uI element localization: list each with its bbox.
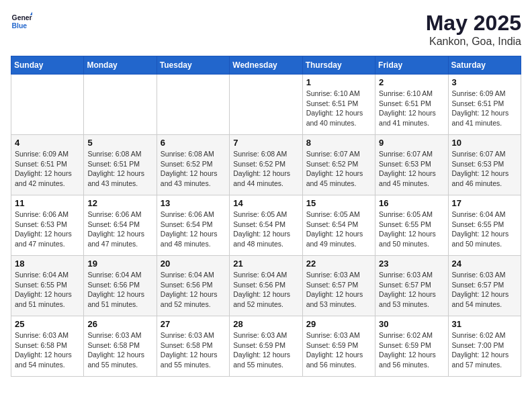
calendar-cell: 5Sunrise: 6:08 AMSunset: 6:51 PMDaylight… [84, 135, 157, 195]
calendar-cell: 30Sunrise: 6:02 AMSunset: 6:59 PMDayligh… [375, 316, 448, 377]
calendar-cell: 24Sunrise: 6:03 AMSunset: 6:57 PMDayligh… [448, 256, 521, 316]
day-info: Sunrise: 6:04 AMSunset: 6:56 PMDaylight:… [87, 270, 152, 310]
day-number: 29 [306, 319, 371, 329]
calendar-cell: 31Sunrise: 6:02 AMSunset: 7:00 PMDayligh… [448, 316, 521, 377]
calendar-header-row: SundayMondayTuesdayWednesdayThursdayFrid… [11, 56, 521, 75]
day-info: Sunrise: 6:05 AMSunset: 6:54 PMDaylight:… [306, 210, 371, 249]
calendar-cell: 16Sunrise: 6:05 AMSunset: 6:55 PMDayligh… [375, 195, 448, 256]
day-number: 19 [87, 259, 152, 269]
day-info: Sunrise: 6:08 AMSunset: 6:52 PMDaylight:… [233, 149, 298, 189]
calendar-table: SundayMondayTuesdayWednesdayThursdayFrid… [11, 56, 521, 377]
calendar-cell: 15Sunrise: 6:05 AMSunset: 6:54 PMDayligh… [302, 195, 375, 256]
day-info: Sunrise: 6:04 AMSunset: 6:55 PMDaylight:… [452, 210, 517, 249]
day-info: Sunrise: 6:09 AMSunset: 6:51 PMDaylight:… [15, 149, 80, 189]
calendar-cell: 27Sunrise: 6:03 AMSunset: 6:58 PMDayligh… [157, 316, 229, 377]
day-info: Sunrise: 6:06 AMSunset: 6:54 PMDaylight:… [161, 210, 226, 249]
calendar-cell: 26Sunrise: 6:03 AMSunset: 6:58 PMDayligh… [84, 316, 157, 377]
day-number: 22 [306, 259, 371, 269]
day-number: 9 [379, 138, 444, 148]
day-info: Sunrise: 6:02 AMSunset: 7:00 PMDaylight:… [452, 330, 517, 370]
calendar-cell: 14Sunrise: 6:05 AMSunset: 6:54 PMDayligh… [230, 195, 302, 256]
calendar-cell: 2Sunrise: 6:10 AMSunset: 6:51 PMDaylight… [375, 75, 448, 135]
calendar-cell: 9Sunrise: 6:07 AMSunset: 6:53 PMDaylight… [375, 135, 448, 195]
day-number: 12 [87, 198, 152, 208]
day-number: 27 [161, 319, 226, 329]
day-info: Sunrise: 6:03 AMSunset: 6:57 PMDaylight:… [452, 270, 517, 310]
calendar-cell [84, 75, 157, 135]
calendar-cell: 21Sunrise: 6:04 AMSunset: 6:56 PMDayligh… [230, 256, 302, 316]
header-wednesday: Wednesday [230, 56, 302, 75]
day-info: Sunrise: 6:04 AMSunset: 6:55 PMDaylight:… [15, 270, 80, 310]
header-saturday: Saturday [448, 56, 521, 75]
calendar-cell [157, 75, 229, 135]
day-info: Sunrise: 6:08 AMSunset: 6:52 PMDaylight:… [161, 149, 226, 189]
calendar-cell: 22Sunrise: 6:03 AMSunset: 6:57 PMDayligh… [302, 256, 375, 316]
day-info: Sunrise: 6:05 AMSunset: 6:54 PMDaylight:… [233, 210, 298, 249]
day-info: Sunrise: 6:05 AMSunset: 6:55 PMDaylight:… [379, 210, 444, 249]
day-number: 3 [452, 77, 517, 87]
header-thursday: Thursday [302, 56, 375, 75]
calendar-week-row: 1Sunrise: 6:10 AMSunset: 6:51 PMDaylight… [11, 75, 521, 135]
day-number: 4 [15, 138, 80, 148]
calendar-cell: 3Sunrise: 6:09 AMSunset: 6:51 PMDaylight… [448, 75, 521, 135]
day-info: Sunrise: 6:03 AMSunset: 6:57 PMDaylight:… [379, 270, 444, 310]
day-info: Sunrise: 6:02 AMSunset: 6:59 PMDaylight:… [379, 330, 444, 370]
day-info: Sunrise: 6:04 AMSunset: 6:56 PMDaylight:… [233, 270, 298, 310]
header-friday: Friday [375, 56, 448, 75]
calendar-cell: 29Sunrise: 6:03 AMSunset: 6:59 PMDayligh… [302, 316, 375, 377]
day-info: Sunrise: 6:03 AMSunset: 6:58 PMDaylight:… [15, 330, 80, 370]
logo-icon: General Blue [11, 11, 32, 32]
calendar-cell: 19Sunrise: 6:04 AMSunset: 6:56 PMDayligh… [84, 256, 157, 316]
calendar-cell: 4Sunrise: 6:09 AMSunset: 6:51 PMDaylight… [11, 135, 84, 195]
logo: General Blue [11, 11, 32, 32]
calendar-cell [11, 75, 84, 135]
svg-text:General: General [12, 14, 32, 21]
day-number: 11 [15, 198, 80, 208]
day-number: 24 [452, 259, 517, 269]
day-number: 14 [233, 198, 298, 208]
day-info: Sunrise: 6:06 AMSunset: 6:53 PMDaylight:… [15, 210, 80, 249]
calendar-cell: 28Sunrise: 6:03 AMSunset: 6:59 PMDayligh… [230, 316, 302, 377]
svg-text:Blue: Blue [12, 22, 28, 30]
calendar-cell: 7Sunrise: 6:08 AMSunset: 6:52 PMDaylight… [230, 135, 302, 195]
calendar-cell: 6Sunrise: 6:08 AMSunset: 6:52 PMDaylight… [157, 135, 229, 195]
day-info: Sunrise: 6:03 AMSunset: 6:58 PMDaylight:… [87, 330, 152, 370]
day-info: Sunrise: 6:03 AMSunset: 6:57 PMDaylight:… [306, 270, 371, 310]
header-tuesday: Tuesday [157, 56, 229, 75]
day-number: 20 [161, 259, 226, 269]
page-subtitle: Kankon, Goa, India [426, 36, 521, 48]
day-number: 28 [233, 319, 298, 329]
day-info: Sunrise: 6:04 AMSunset: 6:56 PMDaylight:… [161, 270, 226, 310]
calendar-cell: 8Sunrise: 6:07 AMSunset: 6:52 PMDaylight… [302, 135, 375, 195]
day-number: 8 [306, 138, 371, 148]
calendar-cell: 13Sunrise: 6:06 AMSunset: 6:54 PMDayligh… [157, 195, 229, 256]
calendar-week-row: 4Sunrise: 6:09 AMSunset: 6:51 PMDaylight… [11, 135, 521, 195]
day-info: Sunrise: 6:08 AMSunset: 6:51 PMDaylight:… [87, 149, 152, 189]
calendar-cell: 12Sunrise: 6:06 AMSunset: 6:54 PMDayligh… [84, 195, 157, 256]
calendar-week-row: 18Sunrise: 6:04 AMSunset: 6:55 PMDayligh… [11, 256, 521, 316]
day-info: Sunrise: 6:03 AMSunset: 6:59 PMDaylight:… [306, 330, 371, 370]
day-number: 26 [87, 319, 152, 329]
calendar-cell: 17Sunrise: 6:04 AMSunset: 6:55 PMDayligh… [448, 195, 521, 256]
day-info: Sunrise: 6:03 AMSunset: 6:58 PMDaylight:… [161, 330, 226, 370]
day-number: 7 [233, 138, 298, 148]
day-number: 21 [233, 259, 298, 269]
day-number: 23 [379, 259, 444, 269]
day-number: 15 [306, 198, 371, 208]
calendar-cell: 10Sunrise: 6:07 AMSunset: 6:53 PMDayligh… [448, 135, 521, 195]
calendar-week-row: 11Sunrise: 6:06 AMSunset: 6:53 PMDayligh… [11, 195, 521, 256]
calendar-cell [230, 75, 302, 135]
day-number: 2 [379, 77, 444, 87]
day-info: Sunrise: 6:07 AMSunset: 6:53 PMDaylight:… [452, 149, 517, 189]
day-number: 17 [452, 198, 517, 208]
day-number: 18 [15, 259, 80, 269]
day-info: Sunrise: 6:06 AMSunset: 6:54 PMDaylight:… [87, 210, 152, 249]
page-header: General Blue May 2025 Kankon, Goa, India [11, 11, 521, 48]
calendar-cell: 18Sunrise: 6:04 AMSunset: 6:55 PMDayligh… [11, 256, 84, 316]
title-block: May 2025 Kankon, Goa, India [426, 11, 521, 48]
day-number: 16 [379, 198, 444, 208]
header-monday: Monday [84, 56, 157, 75]
calendar-cell: 23Sunrise: 6:03 AMSunset: 6:57 PMDayligh… [375, 256, 448, 316]
calendar-cell: 25Sunrise: 6:03 AMSunset: 6:58 PMDayligh… [11, 316, 84, 377]
day-info: Sunrise: 6:03 AMSunset: 6:59 PMDaylight:… [233, 330, 298, 370]
